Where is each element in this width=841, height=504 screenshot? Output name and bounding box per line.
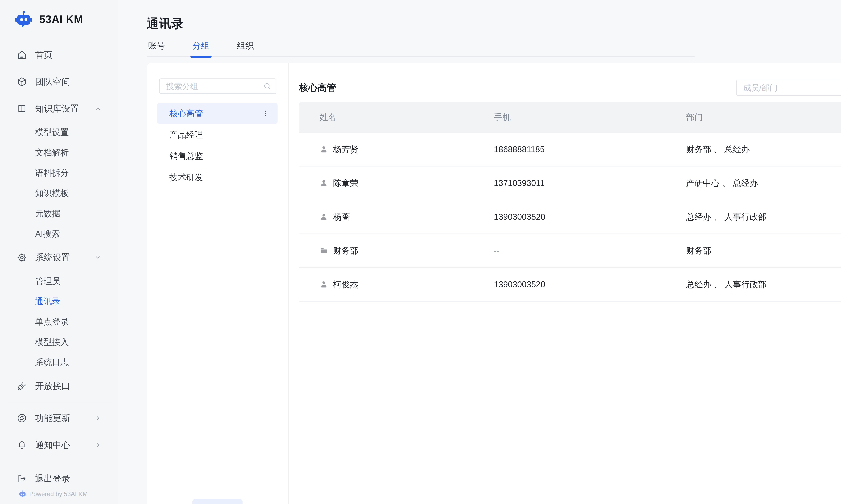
kebab-menu-icon[interactable] xyxy=(262,110,270,117)
column-header: 部门 xyxy=(686,112,841,123)
sidebar-subitem-system-logs[interactable]: 系统日志 xyxy=(0,352,117,373)
sidebar-subitem-sso[interactable]: 单点登录 xyxy=(0,312,117,332)
sidebar-item-label: 知识库设置 xyxy=(35,103,79,114)
sidebar-item-label: 退出登录 xyxy=(35,473,70,485)
contacts-panel: 核心高管产品经理销售总监技术研发 核心高管 添加 姓名手机部门操作 xyxy=(147,63,841,504)
sidebar-nav: 首页团队空间知识库设置模型设置文档解析语料拆分知识模板元数据AI搜索系统设置管理… xyxy=(0,39,117,492)
tab-bar: 账号分组组织 xyxy=(147,41,696,57)
sidebar-subitem-admins[interactable]: 管理员 xyxy=(0,271,117,291)
member-name: 杨芳贤 xyxy=(333,144,358,155)
department-cell: 总经办 、 人事行政部 xyxy=(686,211,841,222)
group-name: 核心高管 xyxy=(169,108,203,119)
sidebar-item-home[interactable]: 首页 xyxy=(0,41,117,68)
home-icon xyxy=(17,50,27,60)
group-item[interactable]: 核心高管 xyxy=(157,103,277,124)
powered-by-text: Powered by 53AI KM xyxy=(29,490,88,498)
sidebar-item-label: 功能更新 xyxy=(35,412,70,424)
powered-by: Powered by 53AI KM xyxy=(19,490,88,498)
sync-icon xyxy=(17,413,27,424)
name-cell: 杨芳贤 xyxy=(320,144,494,155)
book-icon xyxy=(17,104,27,114)
name-cell: 柯俊杰 xyxy=(320,279,494,290)
sidebar-item-team-space[interactable]: 团队空间 xyxy=(0,68,117,95)
group-name: 销售总监 xyxy=(169,150,203,162)
chevron-down-icon xyxy=(93,253,102,262)
sidebar-subitem-ai-search[interactable]: AI搜索 xyxy=(0,224,117,244)
column-header: 姓名 xyxy=(320,112,494,123)
add-group-button[interactable] xyxy=(192,499,243,504)
member-search xyxy=(736,79,841,96)
group-list: 核心高管产品经理销售总监技术研发 xyxy=(157,103,277,188)
tab-group[interactable]: 分组 xyxy=(191,41,211,56)
sidebar-item-notification-center[interactable]: 通知中心 xyxy=(0,432,117,458)
member-name: 财务部 xyxy=(333,245,358,256)
sidebar: 53AI KM 首页团队空间知识库设置模型设置文档解析语料拆分知识模板元数据AI… xyxy=(0,0,117,504)
logout-icon xyxy=(17,473,27,484)
name-cell: 陈章荣 xyxy=(320,178,494,189)
tab-organization[interactable]: 组织 xyxy=(236,41,255,56)
sidebar-item-open-api[interactable]: 开放接口 xyxy=(0,373,117,399)
department-cell: 总经办 、 人事行政部 xyxy=(686,279,841,290)
phone-cell: 13903003520 xyxy=(494,280,686,289)
members-table: 姓名手机部门操作 杨芳贤18688881185财务部 、 总经办移除陈章荣137… xyxy=(299,102,841,302)
app-logo: 53AI KM xyxy=(0,0,117,28)
sidebar-item-system-settings[interactable]: 系统设置 xyxy=(0,244,117,271)
members-header: 核心高管 添加 xyxy=(299,79,841,96)
name-cell: 财务部 xyxy=(320,245,494,256)
department-icon xyxy=(320,247,328,255)
chevron-right-icon xyxy=(93,441,102,449)
department-cell: 产研中心 、 总经办 xyxy=(686,178,841,189)
department-cell: 财务部 、 总经办 xyxy=(686,144,841,155)
gear-icon xyxy=(17,252,27,263)
page-title: 通讯录 xyxy=(147,17,841,30)
chevron-right-icon xyxy=(93,414,102,422)
sidebar-item-logout[interactable]: 退出登录 xyxy=(0,465,117,492)
sidebar-item-feature-updates[interactable]: 功能更新 xyxy=(0,405,117,432)
sidebar-item-label: 团队空间 xyxy=(35,76,70,88)
group-name: 产品经理 xyxy=(169,129,203,141)
table-row: 陈章荣13710393011产研中心 、 总经办移除 xyxy=(299,166,841,200)
group-search xyxy=(159,78,276,94)
robot-logo-icon xyxy=(15,11,33,28)
sidebar-subitem-contacts[interactable]: 通讯录 xyxy=(0,291,117,312)
phone-cell: -- xyxy=(494,246,686,255)
group-name: 技术研发 xyxy=(169,172,203,183)
member-search-input[interactable] xyxy=(736,79,841,96)
tab-account[interactable]: 账号 xyxy=(147,41,167,56)
phone-cell: 13903003520 xyxy=(494,212,686,222)
plug-icon xyxy=(17,381,27,391)
group-item[interactable]: 产品经理 xyxy=(157,125,277,145)
sidebar-item-label: 首页 xyxy=(35,49,53,61)
sidebar-subitem-corpus-split[interactable]: 语料拆分 xyxy=(0,163,117,183)
logo-text: 53AI KM xyxy=(39,13,83,25)
table-header-row: 姓名手机部门操作 xyxy=(299,102,841,133)
groups-column: 核心高管产品经理销售总监技术研发 xyxy=(147,63,289,504)
column-header: 手机 xyxy=(494,112,686,123)
sidebar-item-label: 通知中心 xyxy=(35,439,70,451)
member-name: 陈章荣 xyxy=(333,178,358,189)
name-cell: 杨蔷 xyxy=(320,211,494,222)
person-icon xyxy=(320,213,328,221)
robot-logo-small-icon xyxy=(19,490,27,498)
phone-cell: 18688881185 xyxy=(494,144,686,154)
table-row: 柯俊杰13903003520总经办 、 人事行政部移除 xyxy=(299,268,841,302)
sidebar-subitem-metadata[interactable]: 元数据 xyxy=(0,203,117,224)
sidebar-subitem-doc-parsing[interactable]: 文档解析 xyxy=(0,142,117,163)
main-content: 通讯录 账号分组组织 核心高管产品经理销售总监技术研发 核心高管 xyxy=(117,0,841,504)
table-row: 财务部--财务部移除 xyxy=(299,234,841,268)
sidebar-item-kb-settings[interactable]: 知识库设置 xyxy=(0,95,117,122)
group-item[interactable]: 销售总监 xyxy=(157,146,277,166)
team-icon xyxy=(17,77,27,87)
phone-cell: 13710393011 xyxy=(494,178,686,188)
table-body: 杨芳贤18688881185财务部 、 总经办移除陈章荣13710393011产… xyxy=(299,133,841,302)
sidebar-subitem-model-settings[interactable]: 模型设置 xyxy=(0,122,117,142)
sidebar-item-label: 开放接口 xyxy=(35,380,70,392)
department-cell: 财务部 xyxy=(686,245,841,256)
member-name: 杨蔷 xyxy=(333,211,350,222)
group-search-input[interactable] xyxy=(159,78,276,94)
person-icon xyxy=(320,280,328,289)
sidebar-subitem-model-access[interactable]: 模型接入 xyxy=(0,332,117,352)
person-icon xyxy=(320,145,328,154)
group-item[interactable]: 技术研发 xyxy=(157,167,277,188)
sidebar-subitem-knowledge-template[interactable]: 知识模板 xyxy=(0,183,117,203)
